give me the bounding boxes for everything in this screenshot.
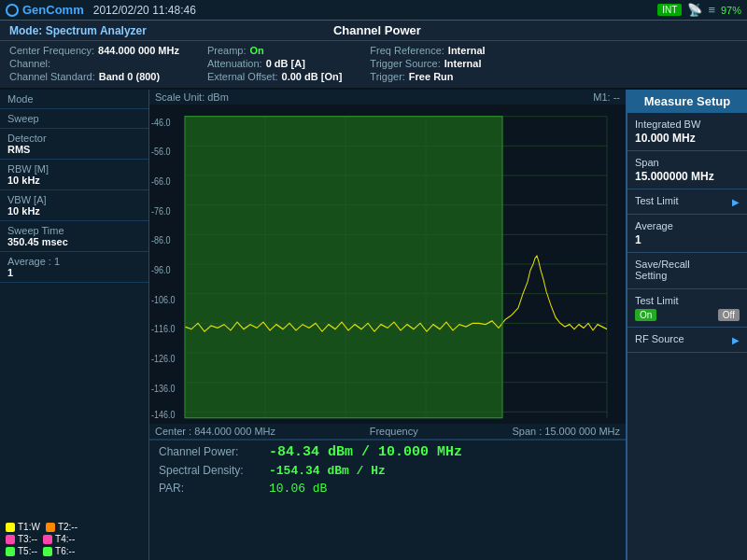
main: Mode Sweep Detector RMS RBW [M] 10 kHz V…	[0, 90, 747, 560]
fr-label: Freq Reference:	[370, 45, 444, 56]
lp-sweep-time: Sweep Time 350.45 msec	[0, 221, 148, 252]
section-test-limit-1[interactable]: Test Limit ▶	[627, 189, 747, 215]
trig-value: Free Run	[409, 71, 454, 82]
lp-detector: Detector RMS	[0, 129, 148, 160]
trace-t6: T6:--	[43, 546, 75, 556]
logo-icon	[6, 4, 19, 17]
section-rf-source[interactable]: RF Source ▶	[627, 328, 747, 353]
section-average[interactable]: Average 1	[627, 215, 747, 253]
rf-source-label: RF Source	[635, 333, 684, 344]
top-right-controls: INT 📡 ≡ 97%	[657, 3, 741, 17]
signal-icon: 📡	[687, 3, 702, 17]
t4-color	[43, 535, 52, 544]
svg-text:-106.0: -106.0	[151, 294, 176, 305]
pre-label: Preamp:	[207, 45, 247, 56]
span-value: 15.000000 MHz	[635, 170, 740, 183]
trig-label: Trigger:	[370, 71, 405, 82]
mode-label: Mode: Spectrum Analyzer	[9, 24, 147, 37]
param-col-3: Freq Reference:Internal Trigger Source:I…	[370, 45, 485, 82]
mode-bar: Mode: Spectrum Analyzer Channel Power	[0, 21, 747, 41]
center-label: Channel Power	[333, 23, 421, 37]
test-limit-arrow: ▶	[732, 197, 740, 207]
t3-color	[6, 535, 15, 544]
datetime: 2012/02/20 11:48:46	[93, 4, 196, 17]
spectrum-chart: -46.0 -56.0 -66.0 -76.0 -86.0 -96.0 -106…	[149, 105, 626, 424]
param-col-2: Preamp:On Attenuation:0 dB [A] External …	[207, 45, 342, 82]
toggle-on[interactable]: On	[635, 309, 656, 321]
svg-text:-66.0: -66.0	[151, 175, 171, 187]
cp-value: -84.34 dBm / 10.000 MHz	[269, 444, 462, 460]
save-recall-label: Save/RecallSetting	[635, 259, 740, 281]
results-area: Channel Power: -84.34 dBm / 10.000 MHz S…	[149, 439, 626, 560]
trace-t3: T3:--	[6, 534, 37, 544]
svg-text:-86.0: -86.0	[151, 234, 171, 245]
svg-text:-46.0: -46.0	[151, 117, 171, 128]
trace-t5: T5:--	[6, 546, 37, 556]
svg-text:-136.0: -136.0	[151, 383, 176, 394]
par-label: PAR:	[159, 482, 261, 495]
test-limit-2-label: Test Limit	[635, 295, 740, 306]
lp-average: Average : 1 1	[0, 252, 148, 283]
left-panel: Mode Sweep Detector RMS RBW [M] 10 kHz V…	[0, 90, 149, 560]
t2-label: T2:--	[58, 522, 78, 532]
ts-label: Trigger Source:	[370, 58, 440, 69]
section-span[interactable]: Span 15.000000 MHz	[627, 151, 747, 189]
lp-vbw: VBW [A] 10 kHz	[0, 190, 148, 221]
app-name: GenComm	[22, 3, 84, 17]
section-save-recall[interactable]: Save/RecallSetting	[627, 253, 747, 289]
ext-label: External Offset:	[207, 71, 278, 82]
ch-label: Channel:	[9, 58, 50, 69]
fr-value: Internal	[448, 45, 486, 56]
channel-power-row: Channel Power: -84.34 dBm / 10.000 MHz	[159, 444, 616, 460]
lp-sweep: Sweep	[0, 109, 148, 129]
t5-color	[6, 547, 15, 556]
t4-label: T4:--	[55, 534, 75, 544]
footer-center-freq: Center : 844.000 000 MHz	[155, 426, 275, 437]
panel-title: Measure Setup	[627, 90, 747, 113]
battery: 97%	[721, 5, 741, 16]
average-label: Average	[635, 220, 740, 231]
t1-color	[6, 523, 15, 532]
trace-t2: T2:--	[46, 522, 78, 532]
toggle-off[interactable]: Off	[718, 309, 740, 321]
int-badge: INT	[657, 4, 682, 16]
att-label: Attenuation:	[207, 58, 262, 69]
t1-label: T1:W	[18, 522, 40, 532]
trace-panel: T1:W T2:-- T3:-- T4:--	[0, 516, 148, 560]
chart-footer: Center : 844.000 000 MHz Frequency Span …	[149, 424, 626, 439]
menu-icon[interactable]: ≡	[708, 3, 715, 17]
par-value: 10.06 dB	[269, 482, 327, 496]
chart-header: Scale Unit: dBm M1: --	[149, 90, 626, 105]
t5-label: T5:--	[18, 546, 37, 556]
t6-color	[43, 547, 52, 556]
integrated-bw-label: Integrated BW	[635, 119, 740, 130]
scale-unit: Scale Unit: dBm	[155, 91, 229, 103]
section-integrated-bw[interactable]: Integrated BW 10.000 MHz	[627, 113, 747, 151]
cf-value: 844.000 000 MHz	[98, 45, 179, 56]
cp-label: Channel Power:	[159, 445, 261, 458]
svg-text:-116.0: -116.0	[151, 323, 176, 334]
spectral-density-row: Spectral Density: -154.34 dBm / Hz	[159, 464, 616, 478]
footer-span: Span : 15.000 000 MHz	[512, 426, 620, 437]
att-value: 0 dB [A]	[266, 58, 305, 69]
top-bar: GenComm 2012/02/20 11:48:46 INT 📡 ≡ 97%	[0, 0, 747, 21]
par-row: PAR: 10.06 dB	[159, 482, 616, 496]
test-limit-1-label: Test Limit	[635, 195, 678, 206]
svg-text:-146.0: -146.0	[151, 409, 176, 420]
pre-value: On	[250, 45, 264, 56]
span-label: Span	[635, 157, 740, 168]
svg-rect-11	[185, 117, 502, 418]
ext-value: 0.00 dB [On]	[282, 71, 343, 82]
svg-text:-76.0: -76.0	[151, 205, 171, 217]
ts-value: Internal	[444, 58, 482, 69]
chart-area: Scale Unit: dBm M1: -- -46.0 -56.0 -66.0…	[149, 90, 626, 560]
sd-value: -154.34 dBm / Hz	[269, 464, 386, 478]
section-test-limit-2[interactable]: Test Limit On Off	[627, 289, 747, 328]
param-col-1: Center Frequency:844.000 000 MHz Channel…	[9, 45, 179, 82]
cf-label: Center Frequency:	[9, 45, 94, 56]
lp-rbw: RBW [M] 10 kHz	[0, 160, 148, 190]
footer-freq-label: Frequency	[370, 426, 418, 437]
svg-text:-96.0: -96.0	[151, 264, 171, 275]
t2-color	[46, 523, 55, 532]
chart-svg-wrap: -46.0 -56.0 -66.0 -76.0 -86.0 -96.0 -106…	[149, 105, 626, 424]
